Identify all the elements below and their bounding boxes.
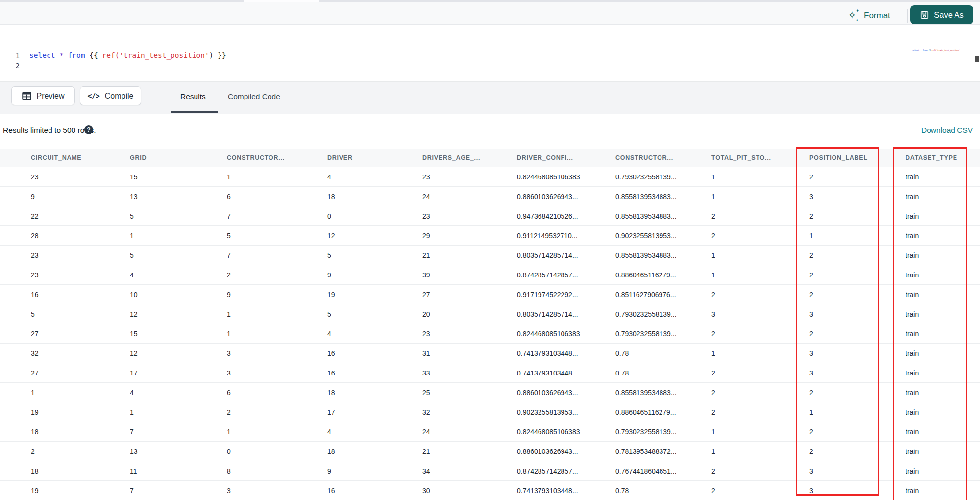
- table-cell: 1: [227, 330, 327, 338]
- compile-button-label: Compile: [105, 92, 134, 100]
- table-cell: 16: [327, 350, 422, 357]
- column-header-circuit-name[interactable]: CIRCUIT_NAME: [31, 154, 130, 161]
- help-icon[interactable]: ?: [84, 125, 93, 134]
- table-cell: 23: [31, 173, 130, 181]
- table-row: 913618240.8860103626943...0.855813953488…: [0, 187, 980, 206]
- editor-header-bar: ✧✦✦ Format Save As: [0, 2, 980, 25]
- table-cell: 15: [130, 173, 227, 181]
- table-cell: 0.7674418604651...: [615, 467, 711, 475]
- table-cell: 2: [227, 271, 327, 279]
- table-cell: 3: [809, 487, 906, 495]
- table-cell: 3: [227, 487, 327, 495]
- table-cell: 2: [809, 291, 906, 299]
- table-cell: 2: [711, 467, 809, 475]
- table-cell: 18: [327, 448, 422, 455]
- table-cell: 0.8558139534883...: [615, 251, 711, 259]
- table-cell: 1: [711, 428, 809, 436]
- line-number-1: 1: [0, 52, 20, 60]
- table-cell: 3: [809, 193, 906, 200]
- column-header-position-label[interactable]: POSITION_LABEL: [809, 154, 906, 161]
- save-as-button[interactable]: Save As: [910, 5, 973, 24]
- table-cell: 7: [227, 212, 327, 220]
- table-cell: 30: [422, 487, 517, 495]
- toolbar-divider: [153, 82, 153, 114]
- compile-button[interactable]: </> Compile: [80, 86, 141, 105]
- table-cell: 24: [422, 193, 517, 200]
- column-header-driver[interactable]: DRIVER: [327, 154, 422, 161]
- table-cell: 18: [31, 467, 130, 475]
- column-header-grid[interactable]: GRID: [130, 154, 227, 161]
- column-header-drivers-age[interactable]: DRIVERS_AGE_...: [422, 154, 517, 161]
- table-row: 23429390.8742857142857...0.8860465116279…: [0, 265, 980, 285]
- tab-compiled-code[interactable]: Compiled Code: [228, 92, 280, 101]
- table-cell: 1: [809, 232, 906, 240]
- code-token: {{: [927, 49, 931, 51]
- table-cell: 34: [422, 467, 517, 475]
- table-cell: 13: [130, 448, 227, 455]
- code-token: select: [29, 51, 55, 59]
- table-cell: 16: [327, 369, 422, 377]
- editor-minimap[interactable]: select * from {{ ref('train_test_positio…: [912, 49, 960, 52]
- table-cell: 9: [31, 193, 130, 200]
- table-cell: 31: [422, 350, 517, 357]
- table-cell: 2: [809, 428, 906, 436]
- table-row: 231514230.8244680851063830.7930232558139…: [0, 167, 980, 187]
- table-cell: 3: [809, 467, 906, 475]
- table-cell: 4: [327, 428, 422, 436]
- column-header-driver-confi[interactable]: DRIVER_CONFI...: [517, 154, 615, 161]
- table-cell: 29: [422, 232, 517, 240]
- table-cell: 2: [809, 271, 906, 279]
- code-token: *: [59, 51, 64, 59]
- table-cell: 0.8511627906976...: [615, 291, 711, 299]
- table-cell: 23: [31, 251, 130, 259]
- table-cell: 3: [809, 310, 906, 318]
- scrollbar-thumb[interactable]: [975, 56, 979, 62]
- code-token: [55, 51, 59, 59]
- sparkles-icon: ✧✦✦: [848, 9, 859, 22]
- column-header-dataset-type[interactable]: DATASET_TYPE: [906, 154, 980, 161]
- table-cell: 23: [422, 212, 517, 220]
- table-cell: 33: [422, 369, 517, 377]
- table-cell: 0.8558139534883...: [615, 212, 711, 220]
- sql-editor[interactable]: 1 2 select * from {{ ref('train_test_pos…: [0, 25, 980, 81]
- table-cell: 0.78: [615, 350, 711, 357]
- table-cell: train: [906, 271, 980, 279]
- table-cell: 2: [711, 369, 809, 377]
- table-cell: 0.78: [615, 487, 711, 495]
- table-cell: 0.7413793103448...: [517, 369, 615, 377]
- results-limit-text: Results limited to 500 rows.: [3, 126, 96, 135]
- preview-button[interactable]: Preview: [11, 86, 75, 105]
- table-cell: 23: [31, 271, 130, 279]
- table-cell: 1: [711, 271, 809, 279]
- table-cell: 9: [227, 291, 327, 299]
- format-button-label: Format: [864, 11, 890, 21]
- table-cell: 8: [227, 467, 327, 475]
- table-row: 197316300.7413793103448...0.7823train: [0, 481, 980, 500]
- table-cell: 20: [422, 310, 517, 318]
- table-row: 2717316330.7413793103448...0.7823train: [0, 363, 980, 383]
- table-cell: 21: [422, 251, 517, 259]
- table-cell: 19: [31, 408, 130, 416]
- table-cell: 1: [31, 389, 130, 397]
- tab-results[interactable]: Results: [180, 92, 206, 101]
- table-cell: 0: [227, 448, 327, 455]
- line-number-2: 2: [0, 62, 20, 70]
- table-cell: 39: [422, 271, 517, 279]
- format-button[interactable]: ✧✦✦ Format: [848, 8, 890, 23]
- column-header-constructor[interactable]: CONSTRUCTOR...: [615, 154, 711, 161]
- code-token: }}: [213, 51, 226, 59]
- table-cell: 1: [130, 408, 227, 416]
- table-cell: 0.8860465116279...: [615, 271, 711, 279]
- code-token: select: [912, 49, 919, 51]
- table-cell: 2: [809, 173, 906, 181]
- column-header-constructor[interactable]: CONSTRUCTOR...: [227, 154, 327, 161]
- table-cell: 1: [227, 173, 327, 181]
- code-line-1[interactable]: select * from {{ ref('train_test_positio…: [29, 51, 226, 59]
- download-csv-link[interactable]: Download CSV: [921, 126, 973, 135]
- table-cell: 15: [130, 330, 227, 338]
- column-header-total-pit-sto[interactable]: TOTAL_PIT_STO...: [711, 154, 809, 161]
- active-line-cursor-box[interactable]: [28, 61, 959, 71]
- table-cell: 27: [31, 330, 130, 338]
- table-cell: train: [906, 448, 980, 455]
- table-cell: 0.9023255813953...: [517, 408, 615, 416]
